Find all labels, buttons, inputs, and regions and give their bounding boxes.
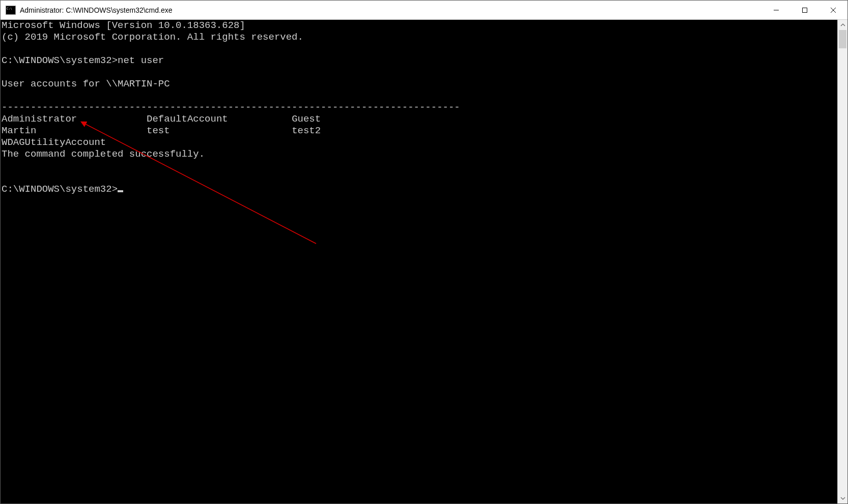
completion-message: The command completed successfully. [2, 149, 205, 160]
user-account: test [147, 125, 170, 136]
prompt: C:\WINDOWS\system32> [2, 55, 118, 66]
window-controls [762, 1, 847, 19]
chevron-up-icon [840, 23, 845, 26]
arrow-line [84, 124, 316, 244]
separator-line: ----------------------------------------… [2, 102, 460, 113]
command-input: net user [118, 55, 164, 66]
minimize-button[interactable] [762, 1, 790, 19]
terminal-output[interactable]: Microsoft Windows [Version 10.0.18363.62… [1, 20, 837, 503]
annotation-arrow [1, 20, 713, 503]
vertical-scrollbar[interactable] [837, 20, 847, 503]
prompt: C:\WINDOWS\system32> [2, 184, 118, 195]
maximize-button[interactable] [790, 1, 819, 19]
user-account: test2 [292, 125, 321, 136]
close-button[interactable] [819, 1, 847, 19]
svg-rect-1 [803, 8, 807, 12]
banner-line: (c) 2019 Microsoft Corporation. All righ… [2, 32, 303, 43]
scroll-up-button[interactable] [838, 20, 847, 30]
user-account: Guest [292, 113, 321, 125]
titlebar[interactable]: Administrator: C:\WINDOWS\system32\cmd.e… [1, 1, 847, 20]
cmd-icon [6, 6, 16, 15]
output-header: User accounts for \\MARTIN-PC [2, 78, 170, 90]
cmd-window: Administrator: C:\WINDOWS\system32\cmd.e… [0, 0, 848, 504]
user-account: DefaultAccount [147, 113, 228, 125]
minimize-icon [773, 7, 779, 13]
banner-line: Microsoft Windows [Version 10.0.18363.62… [2, 20, 245, 31]
user-account: WDAGUtilityAccount [2, 137, 106, 148]
scroll-thumb[interactable] [839, 30, 846, 48]
scroll-track[interactable] [838, 30, 847, 493]
user-account: Administrator [2, 113, 77, 125]
user-account: Martin [2, 125, 36, 136]
scroll-down-button[interactable] [838, 493, 847, 503]
window-title: Administrator: C:\WINDOWS\system32\cmd.e… [20, 6, 762, 14]
terminal-area: Microsoft Windows [Version 10.0.18363.62… [1, 20, 847, 503]
cursor [118, 190, 123, 192]
chevron-down-icon [840, 497, 845, 500]
close-icon [830, 7, 836, 13]
maximize-icon [802, 7, 808, 13]
